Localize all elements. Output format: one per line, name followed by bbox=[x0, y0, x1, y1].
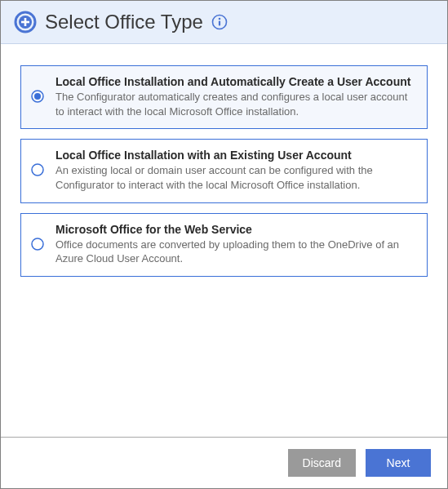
info-icon[interactable] bbox=[211, 14, 228, 30]
svg-rect-6 bbox=[219, 21, 220, 26]
option-desc: The Configurator automatically creates a… bbox=[55, 90, 415, 118]
option-local-existing-user[interactable]: Local Office Installation with an Existi… bbox=[20, 139, 428, 202]
dialog-window: Select Office Type Local Office Installa… bbox=[0, 0, 448, 489]
option-desc: An existing local or domain user account… bbox=[55, 163, 415, 192]
next-button[interactable]: Next bbox=[366, 449, 431, 477]
option-title: Local Office Installation and Automatica… bbox=[55, 74, 415, 89]
option-text: Microsoft Office for the Web Service Off… bbox=[55, 222, 415, 266]
svg-point-8 bbox=[34, 93, 41, 100]
dialog-title: Select Office Type bbox=[45, 11, 203, 33]
option-title: Local Office Installation with an Existi… bbox=[55, 148, 415, 162]
option-local-auto-create[interactable]: Local Office Installation and Automatica… bbox=[20, 65, 428, 129]
svg-point-9 bbox=[32, 164, 43, 176]
radio-icon bbox=[31, 90, 44, 103]
option-title: Microsoft Office for the Web Service bbox=[55, 222, 415, 237]
svg-point-5 bbox=[219, 18, 221, 20]
dialog-footer: Discard Next bbox=[1, 437, 447, 488]
option-office-web-service[interactable]: Microsoft Office for the Web Service Off… bbox=[20, 213, 428, 277]
svg-point-10 bbox=[32, 238, 43, 250]
options-container: Local Office Installation and Automatica… bbox=[1, 44, 447, 437]
plus-circle-icon bbox=[14, 11, 37, 33]
radio-icon bbox=[31, 238, 44, 251]
option-text: Local Office Installation and Automatica… bbox=[55, 74, 415, 118]
option-text: Local Office Installation with an Existi… bbox=[55, 148, 415, 192]
dialog-header: Select Office Type bbox=[1, 1, 447, 44]
svg-rect-3 bbox=[21, 21, 29, 24]
discard-button[interactable]: Discard bbox=[288, 449, 356, 477]
radio-icon bbox=[31, 163, 44, 176]
option-desc: Office documents are converted by upload… bbox=[55, 238, 415, 266]
